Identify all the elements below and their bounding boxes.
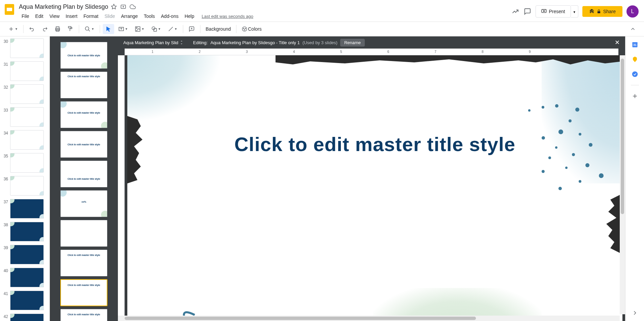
- layout-thumbnail[interactable]: Click to edit master title style: [60, 71, 107, 98]
- svg-marker-31: [181, 43, 183, 45]
- print-button[interactable]: [52, 24, 63, 34]
- slide-thumbnail[interactable]: 37: [1, 198, 48, 219]
- collapse-toolbar-button[interactable]: [627, 24, 639, 34]
- svg-point-26: [243, 27, 247, 31]
- select-tool[interactable]: [103, 24, 114, 34]
- slide-thumbnail[interactable]: 32: [1, 84, 48, 105]
- menu-edit[interactable]: Edit: [33, 12, 46, 20]
- menu-file[interactable]: File: [19, 12, 32, 20]
- shape-tool[interactable]: ▼: [149, 24, 164, 34]
- svg-marker-5: [544, 10, 545, 11]
- slide-thumbnail[interactable]: 36: [1, 175, 48, 196]
- svg-point-28: [245, 28, 246, 29]
- slide-filmstrip[interactable]: 30313233343536373839404142: [0, 36, 50, 321]
- main-area: 30313233343536373839404142 Click to edit…: [0, 36, 644, 321]
- menu-help[interactable]: Help: [182, 12, 197, 20]
- slide-thumbnail[interactable]: 31: [1, 61, 48, 82]
- present-dropdown[interactable]: ▼: [571, 5, 578, 18]
- last-edit-link[interactable]: Last edit was seconds ago: [202, 14, 253, 19]
- layout-thumbnail[interactable]: Click to edit master title style: [60, 131, 107, 158]
- slide-thumbnail[interactable]: 33: [1, 107, 48, 127]
- layout-thumbnail[interactable]: Click to edit master title style: [60, 250, 107, 276]
- layout-thumbnail[interactable]: Click to edit master title style: [60, 160, 107, 187]
- editor-area: Aqua Marketing Plan by Slid Editing: Aqu…: [118, 36, 625, 321]
- star-icon[interactable]: [111, 3, 118, 10]
- paint-format-button[interactable]: [65, 24, 76, 34]
- layout-thumbnail[interactable]: Click to edit master title style: [60, 279, 107, 306]
- undo-button[interactable]: [26, 24, 38, 34]
- vertical-scrollbar[interactable]: [620, 55, 625, 314]
- layout-thumbnail[interactable]: [60, 220, 107, 247]
- vertical-ruler[interactable]: [118, 55, 125, 321]
- comments-icon[interactable]: [523, 7, 532, 16]
- horizontal-scrollbar[interactable]: [118, 316, 620, 321]
- close-editor-icon[interactable]: ✕: [615, 39, 620, 46]
- tasks-icon[interactable]: [631, 70, 639, 78]
- svg-rect-7: [598, 11, 600, 13]
- calendar-icon[interactable]: 31: [631, 40, 639, 49]
- slide-thumbnail[interactable]: 42: [1, 313, 48, 321]
- document-title[interactable]: Aqua Marketing Plan by Slidesgo: [19, 3, 108, 10]
- layout-panel[interactable]: Click to edit master title styleClick to…: [50, 36, 118, 321]
- layout-thumbnail[interactable]: Click to edit master title style: [60, 101, 107, 128]
- menu-insert[interactable]: Insert: [63, 12, 80, 20]
- svg-marker-30: [181, 41, 183, 42]
- title-area: Aqua Marketing Plan by Slidesgo File Edi…: [19, 3, 511, 20]
- present-label: Present: [549, 9, 565, 14]
- slide-thumbnail[interactable]: 39: [1, 244, 48, 265]
- move-icon[interactable]: [120, 3, 127, 10]
- menu-view[interactable]: View: [47, 12, 62, 20]
- layout-thumbnail[interactable]: xx%: [60, 190, 107, 217]
- svg-point-29: [244, 30, 245, 30]
- template-dropdown[interactable]: Aqua Marketing Plan by Slid: [123, 40, 184, 45]
- layout-thumbnail[interactable]: Click to edit master title style: [60, 42, 107, 69]
- slide-canvas[interactable]: Click to edit master title style: [127, 55, 622, 321]
- horizontal-ruler[interactable]: 123456789: [125, 49, 618, 55]
- brush-decoration: [127, 116, 144, 183]
- colors-button[interactable]: Colors: [239, 24, 264, 34]
- used-by-info: (Used by 3 slides): [302, 40, 337, 45]
- svg-rect-13: [68, 27, 71, 28]
- textbox-tool[interactable]: ▼: [116, 24, 131, 34]
- menu-addons[interactable]: Add-ons: [158, 12, 181, 20]
- svg-point-20: [136, 28, 137, 29]
- keep-icon[interactable]: [631, 55, 639, 63]
- share-label: Share: [603, 9, 616, 14]
- cloud-icon[interactable]: [130, 3, 136, 10]
- user-avatar[interactable]: L: [626, 5, 639, 18]
- slide-thumbnail[interactable]: 30: [1, 38, 48, 59]
- activity-icon[interactable]: [511, 7, 519, 16]
- slide-thumbnail[interactable]: 35: [1, 152, 48, 173]
- svg-line-23: [169, 27, 173, 31]
- rename-button[interactable]: Rename: [340, 39, 365, 47]
- menu-slide[interactable]: Slide: [102, 12, 118, 20]
- share-button[interactable]: Share: [582, 6, 622, 17]
- svg-point-14: [85, 27, 89, 30]
- menu-tools[interactable]: Tools: [141, 12, 158, 20]
- master-title-placeholder[interactable]: Click to edit master title style: [234, 133, 516, 155]
- slide-thumbnail[interactable]: 34: [1, 129, 48, 150]
- slide-thumbnail[interactable]: 40: [1, 267, 48, 288]
- toolbar: ▼ ▼ ▼ ▼ ▼ ▼ Background Colors: [0, 22, 644, 36]
- new-slide-button[interactable]: ▼: [5, 24, 21, 34]
- slide-thumbnail[interactable]: 41: [1, 290, 48, 311]
- zoom-button[interactable]: ▼: [82, 24, 97, 34]
- editing-name: Aqua Marketing Plan by Slidesgo - Title …: [211, 40, 300, 45]
- svg-marker-2: [111, 4, 117, 9]
- image-tool[interactable]: ▼: [132, 24, 147, 34]
- background-button[interactable]: Background: [203, 24, 234, 34]
- expand-sidebar-icon[interactable]: [631, 309, 639, 317]
- svg-rect-22: [154, 29, 156, 31]
- slides-logo[interactable]: [3, 3, 16, 16]
- comment-button[interactable]: [186, 24, 197, 34]
- present-button[interactable]: Present: [536, 5, 571, 18]
- add-addon-icon[interactable]: [631, 92, 639, 100]
- redo-button[interactable]: [39, 24, 51, 34]
- canvas-scroll[interactable]: Click to edit master title style: [125, 55, 625, 321]
- layout-thumbnail[interactable]: Click to edit master title style: [60, 309, 107, 321]
- slide-thumbnail[interactable]: 38: [1, 221, 48, 242]
- line-tool[interactable]: ▼: [165, 24, 180, 34]
- svg-line-15: [88, 30, 90, 31]
- menu-format[interactable]: Format: [81, 12, 101, 20]
- menu-arrange[interactable]: Arrange: [118, 12, 140, 20]
